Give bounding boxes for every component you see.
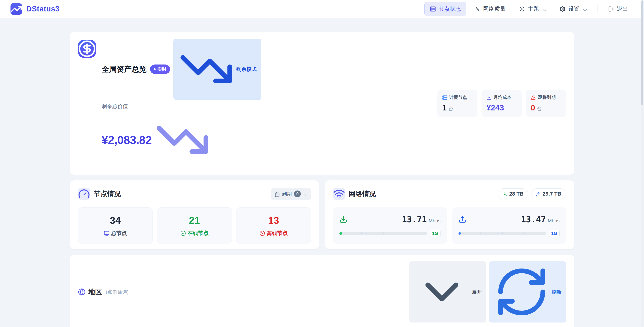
asset-value: ¥2,083.82 — [102, 133, 152, 146]
brand: DStatus3 — [10, 3, 60, 15]
node-overview-card: 节点情况 到期0 34总节点21在线节点13离线节点 — [70, 180, 319, 250]
chevronDown-icon — [582, 7, 588, 13]
nav-item-sun[interactable]: 主题 — [514, 2, 552, 16]
xCircle-icon — [260, 230, 265, 236]
globe-icon — [78, 288, 86, 296]
expiry-filter-dropdown[interactable]: 到期0 — [271, 188, 311, 200]
download-icon — [340, 216, 347, 223]
sun-icon — [519, 6, 525, 12]
brand-name: DStatus3 — [26, 5, 60, 13]
asset-stat-server: 计费节点1台 — [437, 90, 478, 117]
chart-icon — [486, 95, 492, 100]
nav-item-server[interactable]: 节点状态 — [424, 2, 466, 16]
download-icon — [502, 192, 507, 197]
asset-stats: 计费节点1台月均成本¥243即将到期0台 — [437, 90, 566, 117]
download-speed-box: 13.71Mbps 1G — [333, 208, 447, 244]
live-badge: 实时 — [150, 64, 170, 74]
nav-item-logout[interactable]: 退出 — [603, 2, 634, 16]
asset-overview-card: 全局资产总览 实时 剩余模式 剩余总价值 ¥2,083.82 计费节点1台月均成… — [70, 32, 574, 175]
server-icon — [442, 95, 447, 100]
upload-icon — [458, 216, 466, 223]
total-upload-pill: 29.7 TB — [531, 188, 566, 199]
refresh-icon — [494, 264, 550, 320]
total-download-pill: 28 TB — [498, 188, 528, 199]
scrollbar-thumb[interactable] — [641, 0, 643, 106]
refresh-button[interactable]: 刷新 — [489, 262, 566, 322]
nav-item-settings[interactable]: 设置 — [554, 2, 592, 16]
server-icon — [430, 6, 436, 12]
checkCircle-icon — [180, 230, 186, 236]
upload-progress — [458, 232, 546, 235]
node-stat-total: 34总节点 — [78, 208, 153, 244]
regions-hint: (点击筛选) — [106, 289, 128, 295]
asset-stat-warning: 即将到期0台 — [526, 90, 566, 117]
chevronDown-icon — [303, 193, 307, 197]
chevronDown-icon — [542, 7, 548, 13]
nav-divider — [597, 5, 598, 13]
trendDown-icon — [154, 112, 210, 168]
app-logo — [10, 3, 22, 15]
dollar-badge — [78, 40, 96, 58]
network-overview-card: 网络情况 28 TB 29.7 TB 13.71Mbps — [325, 180, 574, 250]
navbar: DStatus3 节点状态网络质量主题设置退出 — [0, 0, 644, 18]
regions-title: 地区 — [88, 288, 102, 296]
download-speed-value: 13.71 — [402, 215, 427, 224]
node-stat-online: 21在线节点 — [157, 208, 232, 244]
live-dot — [154, 68, 156, 70]
mode-button[interactable]: 剩余模式 — [174, 38, 261, 100]
node-stat-offline: 13离线节点 — [236, 208, 311, 244]
gauge-badge — [78, 188, 90, 200]
warning-icon — [531, 95, 536, 100]
settings-icon — [560, 6, 566, 12]
gauge-icon — [78, 188, 90, 200]
scrollbar[interactable] — [641, 0, 644, 326]
asset-title: 全局资产总览 — [102, 64, 147, 74]
network-overview-title: 网络情况 — [349, 190, 376, 198]
upload-cap-badge: 1G — [549, 230, 560, 237]
download-cap-badge: 1G — [430, 230, 440, 237]
logout-icon — [608, 6, 614, 12]
node-overview-title: 节点情况 — [94, 190, 121, 198]
asset-subtitle: 剩余总价值 — [102, 103, 261, 110]
upload-speed-box: 13.47Mbps 1G — [452, 208, 566, 244]
calendar-icon — [275, 192, 280, 197]
upload-speed-value: 13.47 — [521, 215, 546, 224]
expand-button[interactable]: 展开 — [409, 262, 486, 322]
upload-icon — [536, 192, 541, 197]
nav-item-activity[interactable]: 网络质量 — [469, 2, 511, 16]
regions-card: 地区 (点击筛选) 展开 刷新 US15HK7SG5JP2GB2KR1FR1LO… — [70, 255, 574, 327]
expiry-count-badge: 0 — [294, 190, 301, 197]
trend-down-icon-wrap — [154, 112, 210, 168]
globe-icon-wrap — [78, 288, 86, 296]
dollar-icon — [78, 40, 96, 58]
activity-icon — [474, 6, 480, 12]
wifi-badge — [333, 188, 345, 200]
node-stats: 34总节点21在线节点13离线节点 — [78, 208, 311, 244]
monitor-icon — [104, 230, 109, 236]
nav-items: 节点状态网络质量主题设置退出 — [424, 2, 634, 16]
download-progress — [340, 232, 427, 235]
wifi-icon — [333, 188, 345, 200]
chevronDown-icon — [414, 264, 470, 320]
trendUp-icon — [10, 3, 22, 15]
trendDown-icon — [178, 41, 234, 97]
asset-stat-chart: 月均成本¥243 — [482, 90, 522, 117]
main-content: 全局资产总览 实时 剩余模式 剩余总价值 ¥2,083.82 计费节点1台月均成… — [70, 18, 574, 327]
